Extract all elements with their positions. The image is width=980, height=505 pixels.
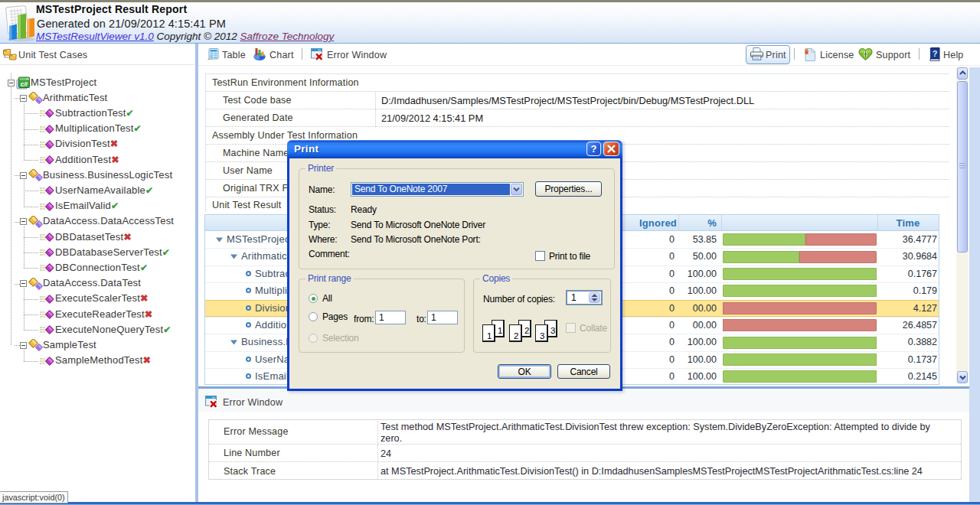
svg-text:?: ?	[933, 49, 938, 58]
svg-text:c#: c#	[21, 80, 28, 87]
